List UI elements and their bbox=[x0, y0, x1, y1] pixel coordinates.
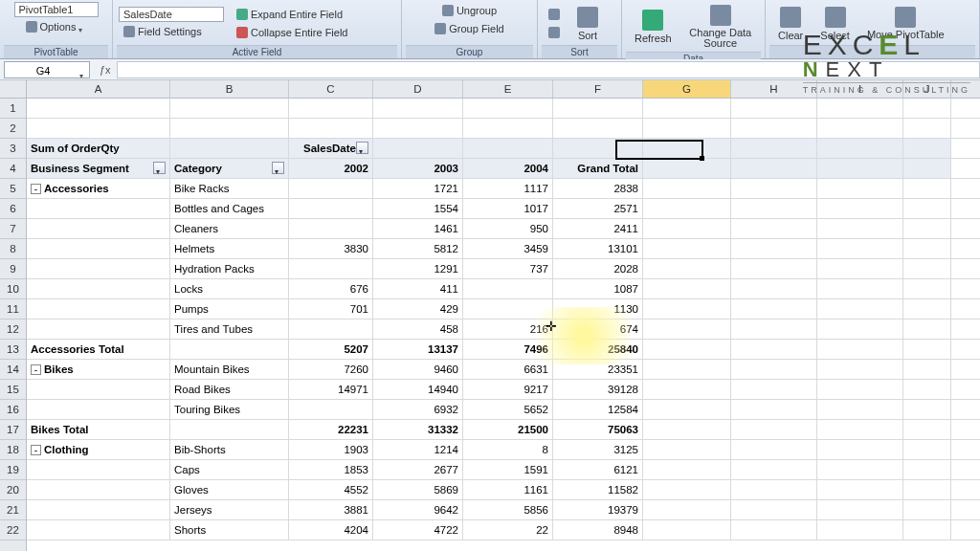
row-header[interactable]: 19 bbox=[0, 460, 26, 480]
cell[interactable] bbox=[817, 480, 903, 499]
cell[interactable] bbox=[27, 320, 170, 339]
cell[interactable] bbox=[817, 380, 903, 399]
cell[interactable]: 2411 bbox=[553, 219, 643, 238]
cell[interactable]: 429 bbox=[373, 299, 463, 319]
cell[interactable]: Accessories Total bbox=[27, 340, 170, 359]
cell[interactable] bbox=[643, 320, 731, 339]
pivot-name-box[interactable]: PivotTable1 bbox=[14, 2, 99, 17]
cell[interactable]: 6932 bbox=[373, 400, 463, 419]
cell[interactable] bbox=[731, 360, 817, 379]
row-header[interactable]: 14 bbox=[0, 360, 26, 380]
cell[interactable] bbox=[27, 279, 170, 298]
sort-button[interactable]: Sort bbox=[570, 4, 605, 44]
cell[interactable]: 676 bbox=[289, 279, 373, 298]
cell[interactable] bbox=[289, 199, 373, 218]
cell[interactable]: 2571 bbox=[553, 199, 643, 218]
cell[interactable] bbox=[731, 199, 817, 218]
cell[interactable] bbox=[731, 320, 817, 339]
cell[interactable] bbox=[643, 360, 731, 379]
cell[interactable] bbox=[731, 400, 817, 419]
cell[interactable] bbox=[643, 400, 731, 419]
cell[interactable]: 2028 bbox=[553, 259, 643, 278]
cell[interactable]: Jerseys bbox=[170, 500, 289, 519]
cell[interactable] bbox=[731, 179, 817, 198]
collapse-field-button[interactable]: Collapse Entire Field bbox=[232, 24, 353, 41]
cell[interactable] bbox=[903, 119, 951, 138]
ungroup-button[interactable]: Ungroup bbox=[437, 2, 501, 19]
row-header[interactable]: 9 bbox=[0, 259, 26, 279]
collapse-icon[interactable]: - bbox=[31, 184, 41, 194]
cell[interactable] bbox=[170, 119, 289, 138]
cell[interactable]: Road Bikes bbox=[170, 380, 289, 399]
cell[interactable] bbox=[731, 259, 817, 278]
cell[interactable] bbox=[553, 99, 643, 118]
cell[interactable] bbox=[170, 340, 289, 359]
cell[interactable] bbox=[731, 139, 817, 158]
row-header[interactable]: 15 bbox=[0, 380, 26, 400]
cell[interactable] bbox=[643, 380, 731, 399]
cell[interactable]: 5652 bbox=[463, 400, 553, 419]
cell[interactable]: Mountain Bikes bbox=[170, 360, 289, 379]
cell[interactable] bbox=[817, 279, 903, 298]
cell[interactable]: 13101 bbox=[553, 239, 643, 258]
row-header[interactable]: 12 bbox=[0, 320, 26, 340]
cell[interactable]: 7260 bbox=[289, 360, 373, 379]
cell[interactable] bbox=[643, 99, 731, 118]
col-header-C[interactable]: C bbox=[289, 80, 373, 98]
cell[interactable] bbox=[643, 179, 731, 198]
spreadsheet-grid[interactable]: ABCDEFGHIJ 12345678910111213141516171819… bbox=[0, 80, 980, 551]
cell[interactable]: Bib-Shorts bbox=[170, 440, 289, 459]
change-data-source-button[interactable]: Change Data Source bbox=[682, 2, 759, 52]
cell[interactable] bbox=[289, 400, 373, 419]
cell[interactable] bbox=[903, 299, 951, 319]
cell[interactable] bbox=[903, 219, 951, 238]
cell[interactable]: 1721 bbox=[373, 179, 463, 198]
filter-button[interactable] bbox=[272, 162, 284, 174]
cell[interactable]: 1117 bbox=[463, 179, 553, 198]
cell[interactable]: 1853 bbox=[289, 460, 373, 479]
cell[interactable] bbox=[731, 299, 817, 319]
cell[interactable]: 19379 bbox=[553, 500, 643, 519]
cell[interactable] bbox=[373, 119, 463, 138]
cell[interactable]: Cleaners bbox=[170, 219, 289, 238]
cell[interactable] bbox=[170, 420, 289, 439]
refresh-button[interactable]: Refresh bbox=[628, 7, 679, 47]
cell[interactable] bbox=[817, 360, 903, 379]
chevron-down-icon[interactable] bbox=[78, 66, 85, 74]
cell[interactable] bbox=[643, 480, 731, 499]
row-header[interactable]: 16 bbox=[0, 400, 26, 420]
cell[interactable] bbox=[731, 119, 817, 138]
cell[interactable]: 5812 bbox=[373, 239, 463, 258]
row-header[interactable]: 3 bbox=[0, 139, 26, 159]
cell[interactable] bbox=[27, 400, 170, 419]
cell[interactable] bbox=[817, 460, 903, 479]
cell[interactable] bbox=[903, 259, 951, 278]
cell[interactable]: 950 bbox=[463, 219, 553, 238]
clear-button[interactable]: Clear bbox=[771, 4, 810, 44]
cell[interactable] bbox=[903, 340, 951, 359]
row-header[interactable]: 1 bbox=[0, 99, 26, 119]
cell[interactable] bbox=[553, 119, 643, 138]
cell[interactable] bbox=[553, 139, 643, 158]
cell[interactable]: SalesDate bbox=[289, 139, 373, 158]
cell[interactable] bbox=[643, 119, 731, 138]
row-header[interactable]: 5 bbox=[0, 179, 26, 199]
cell[interactable]: 39128 bbox=[553, 380, 643, 399]
cell[interactable] bbox=[817, 219, 903, 238]
cell[interactable] bbox=[817, 119, 903, 138]
cell[interactable]: 5856 bbox=[463, 500, 553, 519]
cell[interactable] bbox=[643, 299, 731, 319]
cell[interactable]: 9642 bbox=[373, 500, 463, 519]
move-button[interactable]: Move PivotTable bbox=[860, 4, 951, 43]
col-header-G[interactable]: G bbox=[643, 80, 731, 98]
col-header-D[interactable]: D bbox=[373, 80, 463, 98]
cell[interactable] bbox=[27, 219, 170, 238]
cell[interactable] bbox=[731, 219, 817, 238]
formula-input[interactable] bbox=[117, 61, 980, 78]
cell[interactable] bbox=[731, 380, 817, 399]
select-all-triangle[interactable] bbox=[0, 80, 27, 99]
cell[interactable]: 3125 bbox=[553, 440, 643, 459]
cell[interactable] bbox=[903, 159, 951, 178]
cell[interactable]: 2677 bbox=[373, 460, 463, 479]
sort-za-button[interactable] bbox=[544, 24, 565, 41]
